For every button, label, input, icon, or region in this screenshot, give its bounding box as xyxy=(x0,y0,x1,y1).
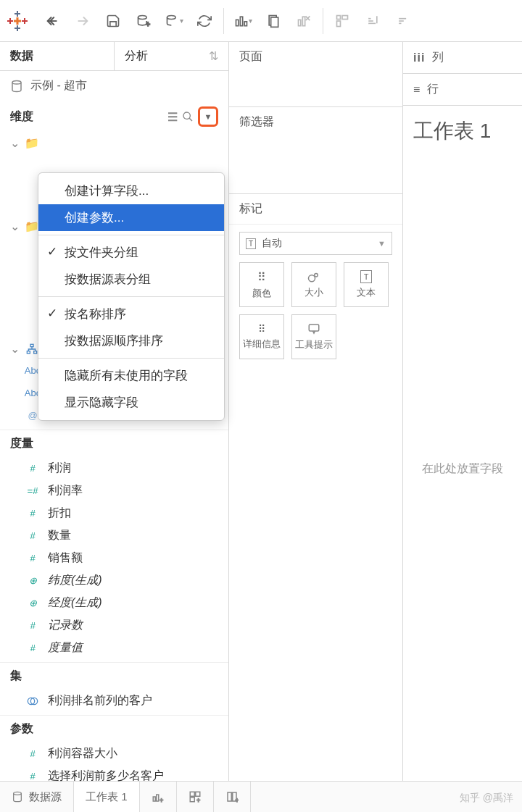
text-icon: T xyxy=(360,270,373,283)
detail-icon: ⠿ xyxy=(258,323,265,335)
data-pane: 数据 分析⇅ 示例 - 超市 维度 ☰ ▼ ⌄📁 ⌄📁 ⌄ Abc类别 Abc子… xyxy=(0,42,229,781)
field-profit[interactable]: #利润 xyxy=(0,457,228,480)
watermark: 知乎 @禹洋 xyxy=(460,792,513,805)
mark-tooltip-button[interactable]: 工具提示 xyxy=(291,314,336,359)
svg-rect-30 xyxy=(30,344,33,346)
updown-icon: ⇅ xyxy=(209,49,218,63)
number-icon: # xyxy=(25,771,41,782)
number-icon: # xyxy=(25,643,41,653)
number-icon: # xyxy=(25,530,41,541)
color-icon: ⠿ xyxy=(257,270,266,284)
menu-hide-unused[interactable]: 隐藏所有未使用的字段 xyxy=(38,362,224,389)
sets-heading: 集 xyxy=(0,662,228,690)
rows-shelf[interactable]: ≡行 xyxy=(403,74,522,106)
field-sales[interactable]: #销售额 xyxy=(0,547,228,569)
field-profit-rate[interactable]: =#利润率 xyxy=(0,480,228,502)
calc-icon: =# xyxy=(25,485,41,496)
svg-point-28 xyxy=(183,112,190,119)
field-records[interactable]: #记录数 xyxy=(0,614,228,637)
list-view-icon[interactable]: ☰ xyxy=(167,110,178,124)
svg-rect-42 xyxy=(190,792,194,796)
duplicate-button[interactable] xyxy=(259,7,288,35)
menu-sort-source[interactable]: 按数据源顺序排序 xyxy=(38,327,224,354)
svg-point-38 xyxy=(14,792,22,795)
new-datasource-button[interactable]: + xyxy=(129,7,158,35)
svg-rect-19 xyxy=(271,17,278,27)
svg-rect-17 xyxy=(244,21,246,25)
tableau-logo xyxy=(6,9,29,33)
cards-pane: 页面 筛选器 标记 T自动 ▼ ⠿颜色 大小 T文本 ⠿详细信息 工具提示 xyxy=(229,42,403,781)
drop-field-hint[interactable]: 在此处放置字段 xyxy=(403,156,522,781)
params-heading: 参数 xyxy=(0,715,228,742)
back-button[interactable] xyxy=(38,7,67,35)
tab-data[interactable]: 数据 xyxy=(0,42,114,70)
field-lat[interactable]: ⊕纬度(生成) xyxy=(0,569,228,592)
number-icon: # xyxy=(25,620,41,631)
worksheet-title[interactable]: 工作表 1 xyxy=(403,106,522,156)
field-quantity[interactable]: #数量 xyxy=(0,524,228,547)
svg-rect-39 xyxy=(153,797,155,801)
svg-rect-20 xyxy=(299,20,301,25)
menu-show-hidden[interactable]: 显示隐藏字段 xyxy=(38,389,224,416)
sort-asc-button[interactable] xyxy=(358,7,387,35)
sort-desc-button[interactable] xyxy=(389,7,418,35)
svg-rect-21 xyxy=(302,17,304,25)
svg-point-36 xyxy=(315,274,318,277)
svg-text:+: + xyxy=(146,20,150,28)
mark-size-button[interactable]: 大小 xyxy=(291,262,336,307)
number-icon: # xyxy=(25,508,41,519)
set-icon xyxy=(25,695,41,707)
folder-item[interactable]: ⌄📁 xyxy=(0,133,228,154)
hierarchy-icon xyxy=(25,343,39,355)
svg-rect-15 xyxy=(236,20,238,25)
svg-point-35 xyxy=(309,275,315,282)
folder-icon: 📁 xyxy=(25,219,39,233)
number-icon: # xyxy=(25,463,41,474)
field-measure-val[interactable]: #度量值 xyxy=(0,637,228,659)
mark-color-button[interactable]: ⠿颜色 xyxy=(239,262,284,307)
datasource-row[interactable]: 示例 - 超市 xyxy=(0,71,228,101)
mark-detail-button[interactable]: ⠿详细信息 xyxy=(239,314,284,359)
tooltip-icon xyxy=(307,322,321,335)
measures-heading: 度量 xyxy=(0,430,228,457)
marks-card: 标记 T自动 ▼ ⠿颜色 大小 T文本 ⠿详细信息 工具提示 xyxy=(229,194,402,369)
refresh-button[interactable] xyxy=(190,7,219,35)
save-button[interactable] xyxy=(99,7,128,35)
svg-rect-31 xyxy=(27,351,30,353)
menu-sort-name[interactable]: 按名称排序 xyxy=(38,301,224,327)
svg-text:+: + xyxy=(235,798,239,803)
svg-rect-26 xyxy=(342,15,348,19)
mark-text-button[interactable]: T文本 xyxy=(344,262,389,307)
field-lon[interactable]: ⊕经度(生成) xyxy=(0,592,228,614)
svg-rect-24 xyxy=(337,15,341,19)
auto-update-button[interactable]: ▾ xyxy=(160,7,188,35)
size-icon xyxy=(307,270,321,283)
svg-rect-32 xyxy=(34,351,37,353)
field-bin-size[interactable]: #利润容器大小 xyxy=(0,742,228,765)
svg-text:+: + xyxy=(160,798,163,804)
menu-group-folder[interactable]: 按文件夹分组 xyxy=(38,239,224,266)
search-icon[interactable] xyxy=(182,111,194,122)
main-toolbar: + ▾ ▾ xyxy=(0,0,522,42)
forward-button[interactable] xyxy=(68,7,97,35)
swap-button[interactable] xyxy=(328,7,357,35)
mark-type-select[interactable]: T自动 ▼ xyxy=(239,232,392,255)
globe-icon: ⊕ xyxy=(25,598,41,608)
field-topn[interactable]: #选择利润前多少名客户 xyxy=(0,765,228,787)
new-worksheet-button[interactable]: ▾ xyxy=(228,7,257,35)
filters-shelf[interactable]: 筛选器 xyxy=(229,107,402,194)
field-top-customers[interactable]: 利润排名前列的客户 xyxy=(0,690,228,712)
tab-analysis[interactable]: 分析⇅ xyxy=(114,42,228,70)
field-discount[interactable]: #折扣 xyxy=(0,502,228,524)
dimensions-context-menu: 创建计算字段... 创建参数... 按文件夹分组 按数据源表分组 按名称排序 按… xyxy=(38,172,225,421)
pages-shelf[interactable]: 页面 xyxy=(229,42,402,107)
svg-rect-40 xyxy=(156,795,158,801)
chevron-down-icon: ▼ xyxy=(378,239,386,248)
svg-rect-44 xyxy=(190,798,194,802)
clear-button[interactable] xyxy=(289,7,318,35)
dimensions-menu-button[interactable]: ▼ xyxy=(198,106,218,127)
menu-create-calc[interactable]: 创建计算字段... xyxy=(38,177,224,204)
menu-create-param[interactable]: 创建参数... xyxy=(38,204,224,231)
menu-group-source[interactable]: 按数据源表分组 xyxy=(38,266,224,293)
columns-shelf[interactable]: iii列 xyxy=(403,42,522,74)
